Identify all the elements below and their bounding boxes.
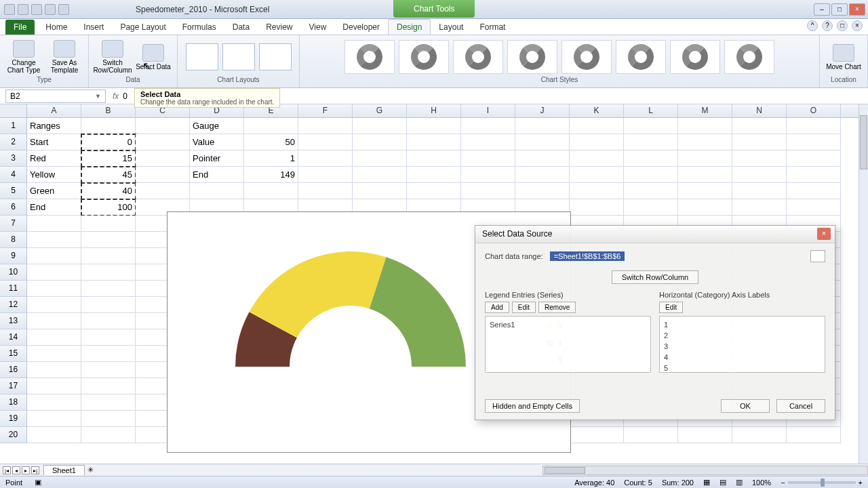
- save-as-template-button[interactable]: Save As Template: [46, 40, 83, 74]
- cell[interactable]: [27, 346, 81, 362]
- layout-option[interactable]: [186, 43, 218, 70]
- tab-page-layout[interactable]: Page Layout: [112, 20, 174, 35]
- cell[interactable]: [678, 427, 732, 443]
- horizontal-scrollbar[interactable]: [542, 466, 868, 475]
- style-option[interactable]: [453, 40, 503, 74]
- cell[interactable]: End: [27, 199, 81, 216]
- tab-layout[interactable]: Layout: [431, 20, 471, 35]
- col-header[interactable]: J: [515, 104, 570, 117]
- col-header[interactable]: F: [298, 104, 353, 117]
- cell[interactable]: [81, 248, 136, 264]
- zoom-slider[interactable]: [788, 481, 856, 484]
- help-icon[interactable]: ?: [822, 20, 833, 31]
- cell[interactable]: [461, 134, 515, 150]
- col-header[interactable]: M: [678, 104, 732, 117]
- cell[interactable]: [81, 232, 136, 248]
- cell[interactable]: [81, 378, 136, 394]
- cell[interactable]: [353, 167, 407, 183]
- tab-file[interactable]: File: [5, 20, 35, 35]
- edit-axis-button[interactable]: Edit: [659, 302, 683, 313]
- cell[interactable]: [81, 281, 136, 297]
- add-series-button[interactable]: Add: [485, 302, 509, 313]
- list-item[interactable]: 2: [664, 330, 821, 341]
- change-chart-type-button[interactable]: Change Chart Type: [5, 40, 42, 74]
- style-option[interactable]: [561, 40, 612, 74]
- cell[interactable]: [244, 183, 298, 199]
- row-header[interactable]: 7: [0, 216, 27, 232]
- layout-option[interactable]: [259, 43, 292, 70]
- cell[interactable]: [624, 199, 678, 216]
- name-box[interactable]: B2 ▼: [5, 89, 106, 103]
- cell[interactable]: Green: [27, 183, 81, 199]
- zoom-out-icon[interactable]: −: [781, 479, 785, 487]
- cell[interactable]: [678, 150, 732, 167]
- cell[interactable]: [298, 150, 353, 167]
- cell[interactable]: 100: [81, 199, 136, 216]
- zoom-slider-thumb[interactable]: [821, 479, 825, 487]
- vertical-scrollbar[interactable]: [859, 104, 868, 464]
- cell[interactable]: [27, 329, 81, 346]
- cell[interactable]: [515, 183, 570, 199]
- cell[interactable]: [27, 281, 81, 297]
- col-header[interactable]: I: [461, 104, 515, 117]
- chevron-down-icon[interactable]: ▼: [95, 93, 101, 100]
- window-restore-icon[interactable]: □: [837, 20, 848, 31]
- style-option[interactable]: [507, 40, 557, 74]
- fx-icon[interactable]: fx: [113, 92, 119, 101]
- cell[interactable]: [732, 134, 787, 150]
- dialog-title-bar[interactable]: Select Data Source ×: [475, 226, 835, 243]
- row-header[interactable]: 13: [0, 313, 27, 329]
- cell[interactable]: [570, 118, 624, 134]
- col-header[interactable]: L: [624, 104, 678, 117]
- series-list[interactable]: Series1: [485, 316, 651, 373]
- cell[interactable]: [570, 183, 624, 199]
- save-icon[interactable]: [18, 4, 28, 15]
- scrollbar-thumb[interactable]: [545, 467, 585, 474]
- row-header[interactable]: 11: [0, 281, 27, 297]
- cell[interactable]: [570, 427, 624, 443]
- cell[interactable]: [678, 183, 732, 199]
- scrollbar-thumb[interactable]: [860, 115, 867, 169]
- cell[interactable]: 40: [81, 183, 136, 199]
- col-header[interactable]: H: [407, 104, 461, 117]
- redo-icon[interactable]: [45, 4, 56, 15]
- cell[interactable]: [27, 216, 81, 232]
- cell[interactable]: [461, 183, 515, 199]
- tab-formulas[interactable]: Formulas: [174, 20, 224, 35]
- cell[interactable]: [570, 199, 624, 216]
- cell[interactable]: [787, 167, 841, 183]
- cell[interactable]: [27, 378, 81, 394]
- cell[interactable]: [190, 183, 244, 199]
- cell[interactable]: 50: [244, 134, 298, 150]
- view-layout-icon[interactable]: ▤: [719, 478, 726, 487]
- formula-value[interactable]: 0: [123, 92, 127, 101]
- cell[interactable]: [81, 427, 136, 443]
- cell[interactable]: [624, 427, 678, 443]
- cell[interactable]: [787, 183, 841, 199]
- switch-row-column-dialog-button[interactable]: Switch Row/Column: [612, 270, 698, 284]
- row-header[interactable]: 6: [0, 199, 27, 216]
- list-item[interactable]: 1: [664, 319, 821, 330]
- cell[interactable]: [81, 216, 136, 232]
- cell[interactable]: Yellow: [27, 167, 81, 183]
- row-header[interactable]: 14: [0, 329, 27, 346]
- close-button[interactable]: ×: [849, 3, 865, 16]
- view-pagebreak-icon[interactable]: ▥: [736, 478, 743, 487]
- cell[interactable]: 1: [244, 150, 298, 167]
- cell[interactable]: Start: [27, 134, 81, 150]
- cell[interactable]: [787, 427, 841, 443]
- cell[interactable]: [515, 118, 570, 134]
- style-option[interactable]: [616, 40, 666, 74]
- cell[interactable]: [678, 167, 732, 183]
- cell[interactable]: [81, 118, 136, 134]
- row-header[interactable]: 5: [0, 183, 27, 199]
- macro-record-icon[interactable]: ▣: [35, 478, 41, 487]
- cell[interactable]: [81, 297, 136, 313]
- tab-data[interactable]: Data: [224, 20, 258, 35]
- col-header[interactable]: N: [732, 104, 787, 117]
- cell[interactable]: [678, 199, 732, 216]
- sheet-nav-first-icon[interactable]: |◂: [3, 466, 11, 474]
- row-header[interactable]: 18: [0, 394, 27, 411]
- cell[interactable]: [353, 118, 407, 134]
- cell[interactable]: Pointer: [190, 150, 244, 167]
